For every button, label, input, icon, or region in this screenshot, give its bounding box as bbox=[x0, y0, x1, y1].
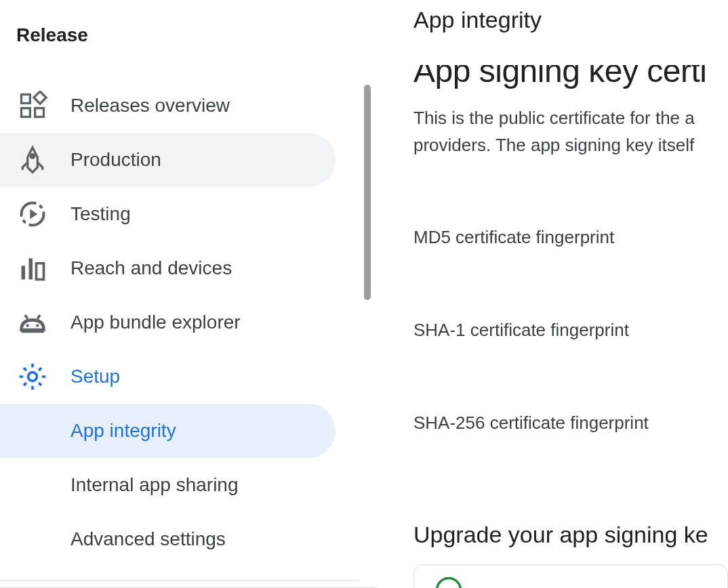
svg-rect-8 bbox=[37, 264, 44, 280]
svg-rect-2 bbox=[35, 108, 44, 117]
sidebar-item-label: Reach and devices bbox=[70, 257, 232, 279]
svg-point-15 bbox=[437, 578, 461, 588]
svg-rect-3 bbox=[34, 91, 46, 104]
body-text-line-1: This is the public certificate for the a bbox=[413, 104, 728, 131]
gear-icon bbox=[16, 360, 49, 393]
sidebar-item-releases-overview[interactable]: Releases overview bbox=[0, 79, 336, 133]
setup-subitems: App integrity Internal app sharing Advan… bbox=[0, 404, 376, 566]
section-heading-app-signing-key: App signing key certi bbox=[413, 52, 728, 89]
sidebar-item-reach-and-devices[interactable]: Reach and devices bbox=[0, 241, 336, 295]
svg-rect-6 bbox=[22, 266, 26, 279]
sidebar-item-label: Setup bbox=[70, 366, 120, 387]
dashboard-icon bbox=[16, 89, 49, 122]
rocket-icon bbox=[16, 144, 49, 176]
check-circle-icon bbox=[434, 576, 463, 588]
svg-line-12 bbox=[25, 315, 28, 319]
sidebar-item-label: Releases overview bbox=[70, 95, 230, 117]
sha256-fingerprint-label: SHA-256 certificate fingerprint bbox=[413, 413, 728, 434]
sidebar-subitem-label: Internal app sharing bbox=[70, 474, 239, 496]
section-heading-upgrade-signing-key: Upgrade your app signing ke bbox=[413, 522, 728, 548]
sidebar-subitem-app-integrity[interactable]: App integrity bbox=[0, 404, 336, 458]
body-text-line-2: providers. The app signing key itself bbox=[413, 131, 728, 159]
sidebar-subitem-internal-app-sharing[interactable]: Internal app sharing bbox=[0, 458, 336, 512]
svg-point-4 bbox=[31, 154, 35, 159]
sidebar-subitem-label: Advanced settings bbox=[70, 528, 226, 550]
sidebar-subitem-advanced-settings[interactable]: Advanced settings bbox=[0, 512, 336, 566]
sidebar-scrollbar[interactable] bbox=[364, 85, 371, 300]
android-icon bbox=[16, 306, 49, 339]
svg-point-10 bbox=[26, 324, 28, 327]
sidebar-item-setup[interactable]: Setup bbox=[0, 350, 336, 404]
sidebar-item-app-bundle-explorer[interactable]: App bundle explorer bbox=[0, 295, 336, 350]
sidebar-item-label: Production bbox=[70, 149, 161, 171]
svg-point-14 bbox=[28, 373, 37, 381]
sha1-fingerprint-label: SHA-1 certificate fingerprint bbox=[413, 320, 728, 341]
sidebar-section-title: Release bbox=[0, 0, 376, 46]
svg-line-13 bbox=[37, 315, 40, 319]
sidebar-subitem-label: App integrity bbox=[70, 420, 176, 442]
md5-fingerprint-label: MD5 certificate fingerprint bbox=[413, 227, 728, 248]
svg-rect-0 bbox=[22, 95, 31, 104]
svg-rect-1 bbox=[22, 108, 31, 117]
sidebar-item-label: App bundle explorer bbox=[70, 312, 241, 333]
bar-chart-icon bbox=[16, 252, 49, 285]
svg-marker-5 bbox=[30, 209, 37, 219]
sidebar-divider bbox=[0, 580, 359, 581]
target-icon bbox=[16, 198, 49, 230]
sidebar-item-production[interactable]: Production bbox=[0, 133, 336, 187]
sidebar: Release Releases overview bbox=[0, 0, 376, 588]
svg-rect-7 bbox=[29, 258, 33, 279]
page-title: App integrity bbox=[413, 7, 728, 33]
upgrade-card[interactable] bbox=[413, 564, 728, 588]
sidebar-item-testing[interactable]: Testing bbox=[0, 187, 336, 241]
sidebar-item-label: Testing bbox=[70, 203, 131, 225]
main-content: App integrity App signing key certi This… bbox=[376, 0, 728, 588]
svg-point-11 bbox=[36, 324, 39, 327]
